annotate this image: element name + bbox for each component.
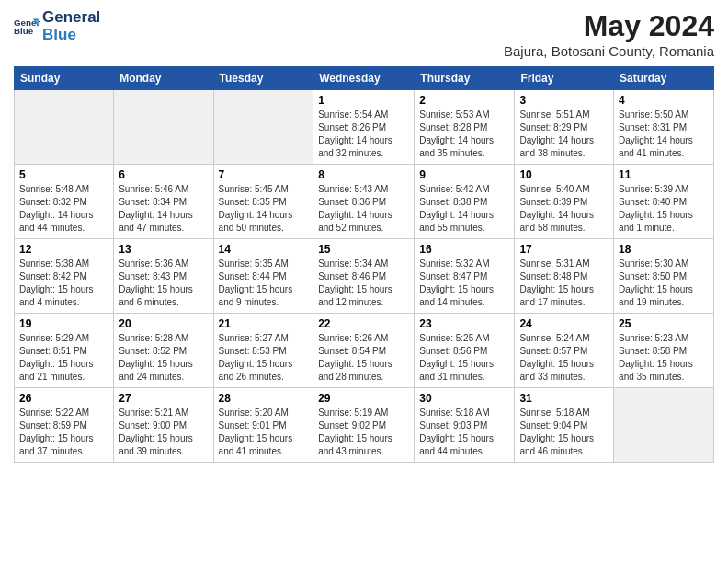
calendar-week-row: 5Sunrise: 5:48 AMSunset: 8:32 PMDaylight… bbox=[15, 165, 714, 239]
day-number: 29 bbox=[318, 392, 409, 405]
day-of-week-header: Tuesday bbox=[213, 67, 313, 90]
calendar-day-cell: 17Sunrise: 5:31 AMSunset: 8:48 PMDayligh… bbox=[515, 239, 614, 314]
svg-text:Blue: Blue bbox=[14, 26, 34, 36]
logo-blue: Blue bbox=[42, 27, 100, 44]
day-of-week-header: Saturday bbox=[614, 67, 714, 90]
calendar-day-cell: 12Sunrise: 5:38 AMSunset: 8:42 PMDayligh… bbox=[15, 239, 114, 314]
calendar-week-row: 19Sunrise: 5:29 AMSunset: 8:51 PMDayligh… bbox=[15, 314, 714, 388]
day-of-week-header: Wednesday bbox=[313, 67, 415, 90]
day-info: Sunrise: 5:19 AMSunset: 9:02 PMDaylight:… bbox=[318, 407, 409, 458]
calendar-day-cell: 30Sunrise: 5:18 AMSunset: 9:03 PMDayligh… bbox=[415, 388, 515, 463]
calendar-week-row: 1Sunrise: 5:54 AMSunset: 8:26 PMDaylight… bbox=[15, 90, 714, 165]
calendar-day-cell: 26Sunrise: 5:22 AMSunset: 8:59 PMDayligh… bbox=[15, 388, 114, 463]
day-number: 24 bbox=[519, 317, 609, 330]
day-info: Sunrise: 5:25 AMSunset: 8:56 PMDaylight:… bbox=[419, 332, 509, 384]
calendar-day-cell: 1Sunrise: 5:54 AMSunset: 8:26 PMDaylight… bbox=[313, 90, 415, 165]
day-of-week-header: Monday bbox=[114, 67, 213, 90]
calendar-day-cell: 4Sunrise: 5:50 AMSunset: 8:31 PMDaylight… bbox=[614, 90, 714, 165]
calendar-day-cell: 22Sunrise: 5:26 AMSunset: 8:54 PMDayligh… bbox=[313, 314, 415, 388]
day-number: 23 bbox=[419, 317, 509, 330]
month-title: May 2024 bbox=[504, 9, 714, 43]
day-info: Sunrise: 5:45 AMSunset: 8:35 PMDaylight:… bbox=[219, 183, 309, 235]
day-number: 30 bbox=[419, 392, 509, 405]
day-number: 31 bbox=[519, 392, 609, 405]
calendar-day-cell bbox=[213, 90, 313, 165]
day-info: Sunrise: 5:48 AMSunset: 8:32 PMDaylight:… bbox=[19, 183, 108, 235]
day-number: 27 bbox=[119, 392, 208, 405]
calendar-day-cell: 5Sunrise: 5:48 AMSunset: 8:32 PMDaylight… bbox=[15, 165, 114, 239]
day-number: 20 bbox=[119, 317, 208, 330]
calendar-day-cell: 15Sunrise: 5:34 AMSunset: 8:46 PMDayligh… bbox=[313, 239, 415, 314]
header: General Blue General Blue May 2024 Bajur… bbox=[14, 9, 714, 59]
day-number: 19 bbox=[19, 317, 108, 330]
calendar-day-cell: 27Sunrise: 5:21 AMSunset: 9:00 PMDayligh… bbox=[114, 388, 213, 463]
day-info: Sunrise: 5:32 AMSunset: 8:47 PMDaylight:… bbox=[419, 258, 509, 309]
day-info: Sunrise: 5:23 AMSunset: 8:58 PMDaylight:… bbox=[619, 332, 709, 384]
calendar-day-cell: 29Sunrise: 5:19 AMSunset: 9:02 PMDayligh… bbox=[313, 388, 415, 463]
calendar-day-cell: 25Sunrise: 5:23 AMSunset: 8:58 PMDayligh… bbox=[614, 314, 714, 388]
day-number: 15 bbox=[318, 243, 409, 256]
day-info: Sunrise: 5:18 AMSunset: 9:04 PMDaylight:… bbox=[519, 407, 609, 458]
calendar-day-cell: 16Sunrise: 5:32 AMSunset: 8:47 PMDayligh… bbox=[415, 239, 515, 314]
day-number: 17 bbox=[519, 243, 609, 256]
day-number: 10 bbox=[519, 168, 609, 181]
calendar-day-cell bbox=[614, 388, 714, 463]
day-number: 4 bbox=[619, 94, 709, 107]
calendar-header-row: SundayMondayTuesdayWednesdayThursdayFrid… bbox=[15, 67, 714, 90]
day-info: Sunrise: 5:30 AMSunset: 8:50 PMDaylight:… bbox=[619, 258, 709, 309]
calendar-day-cell: 24Sunrise: 5:24 AMSunset: 8:57 PMDayligh… bbox=[515, 314, 614, 388]
calendar-day-cell bbox=[15, 90, 114, 165]
day-info: Sunrise: 5:35 AMSunset: 8:44 PMDaylight:… bbox=[219, 258, 309, 309]
day-number: 11 bbox=[619, 168, 709, 181]
title-block: May 2024 Bajura, Botosani County, Romani… bbox=[504, 9, 714, 59]
day-info: Sunrise: 5:28 AMSunset: 8:52 PMDaylight:… bbox=[119, 332, 208, 384]
calendar-day-cell: 11Sunrise: 5:39 AMSunset: 8:40 PMDayligh… bbox=[614, 165, 714, 239]
calendar-day-cell: 20Sunrise: 5:28 AMSunset: 8:52 PMDayligh… bbox=[114, 314, 213, 388]
day-info: Sunrise: 5:39 AMSunset: 8:40 PMDaylight:… bbox=[619, 183, 709, 235]
day-info: Sunrise: 5:51 AMSunset: 8:29 PMDaylight:… bbox=[519, 109, 609, 160]
day-info: Sunrise: 5:46 AMSunset: 8:34 PMDaylight:… bbox=[119, 183, 208, 235]
day-info: Sunrise: 5:40 AMSunset: 8:39 PMDaylight:… bbox=[519, 183, 609, 235]
day-info: Sunrise: 5:36 AMSunset: 8:43 PMDaylight:… bbox=[119, 258, 208, 309]
day-number: 1 bbox=[318, 94, 409, 107]
calendar-day-cell: 28Sunrise: 5:20 AMSunset: 9:01 PMDayligh… bbox=[213, 388, 313, 463]
day-number: 18 bbox=[619, 243, 709, 256]
day-info: Sunrise: 5:27 AMSunset: 8:53 PMDaylight:… bbox=[219, 332, 309, 384]
calendar-day-cell: 23Sunrise: 5:25 AMSunset: 8:56 PMDayligh… bbox=[415, 314, 515, 388]
day-info: Sunrise: 5:42 AMSunset: 8:38 PMDaylight:… bbox=[419, 183, 509, 235]
calendar-week-row: 26Sunrise: 5:22 AMSunset: 8:59 PMDayligh… bbox=[15, 388, 714, 463]
day-info: Sunrise: 5:53 AMSunset: 8:28 PMDaylight:… bbox=[419, 109, 509, 160]
day-number: 22 bbox=[318, 317, 409, 330]
day-number: 26 bbox=[19, 392, 108, 405]
day-info: Sunrise: 5:29 AMSunset: 8:51 PMDaylight:… bbox=[19, 332, 108, 384]
day-number: 21 bbox=[219, 317, 309, 330]
day-info: Sunrise: 5:54 AMSunset: 8:26 PMDaylight:… bbox=[318, 109, 409, 160]
day-number: 25 bbox=[619, 317, 709, 330]
day-info: Sunrise: 5:43 AMSunset: 8:36 PMDaylight:… bbox=[318, 183, 409, 235]
calendar-table: SundayMondayTuesdayWednesdayThursdayFrid… bbox=[14, 66, 714, 463]
day-number: 6 bbox=[119, 168, 208, 181]
location: Bajura, Botosani County, Romania bbox=[504, 43, 714, 59]
day-number: 2 bbox=[419, 94, 509, 107]
day-of-week-header: Sunday bbox=[15, 67, 114, 90]
calendar-day-cell: 18Sunrise: 5:30 AMSunset: 8:50 PMDayligh… bbox=[614, 239, 714, 314]
day-number: 12 bbox=[19, 243, 108, 256]
calendar-day-cell: 3Sunrise: 5:51 AMSunset: 8:29 PMDaylight… bbox=[515, 90, 614, 165]
day-of-week-header: Thursday bbox=[415, 67, 515, 90]
day-info: Sunrise: 5:31 AMSunset: 8:48 PMDaylight:… bbox=[519, 258, 609, 309]
calendar-day-cell: 19Sunrise: 5:29 AMSunset: 8:51 PMDayligh… bbox=[15, 314, 114, 388]
calendar-day-cell: 13Sunrise: 5:36 AMSunset: 8:43 PMDayligh… bbox=[114, 239, 213, 314]
day-info: Sunrise: 5:26 AMSunset: 8:54 PMDaylight:… bbox=[318, 332, 409, 384]
calendar-day-cell: 2Sunrise: 5:53 AMSunset: 8:28 PMDaylight… bbox=[415, 90, 515, 165]
day-info: Sunrise: 5:24 AMSunset: 8:57 PMDaylight:… bbox=[519, 332, 609, 384]
day-info: Sunrise: 5:18 AMSunset: 9:03 PMDaylight:… bbox=[419, 407, 509, 458]
logo-general: General bbox=[42, 9, 100, 27]
day-number: 5 bbox=[19, 168, 108, 181]
calendar-day-cell: 6Sunrise: 5:46 AMSunset: 8:34 PMDaylight… bbox=[114, 165, 213, 239]
calendar-week-row: 12Sunrise: 5:38 AMSunset: 8:42 PMDayligh… bbox=[15, 239, 714, 314]
calendar-day-cell: 21Sunrise: 5:27 AMSunset: 8:53 PMDayligh… bbox=[213, 314, 313, 388]
day-info: Sunrise: 5:22 AMSunset: 8:59 PMDaylight:… bbox=[19, 407, 108, 458]
day-info: Sunrise: 5:50 AMSunset: 8:31 PMDaylight:… bbox=[619, 109, 709, 160]
logo-icon: General Blue bbox=[14, 14, 40, 40]
day-number: 13 bbox=[119, 243, 208, 256]
